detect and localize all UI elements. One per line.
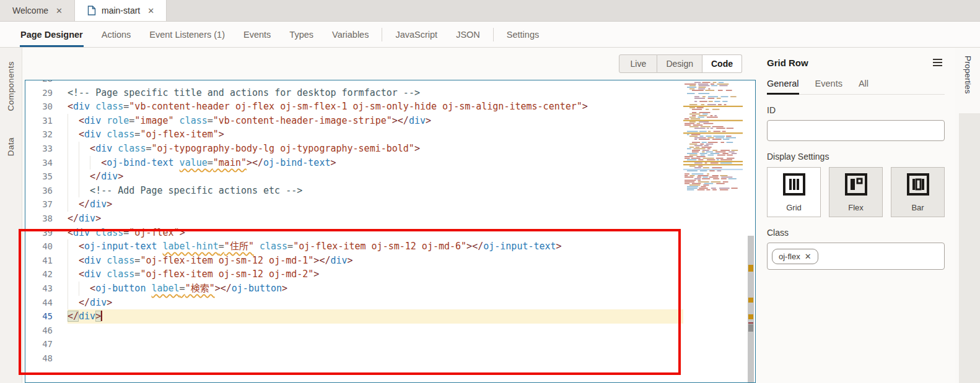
file-tab-strip: Welcome✕main-start✕ — [0, 0, 980, 22]
properties-tab-general[interactable]: General — [767, 79, 799, 94]
grid-layout-icon — [782, 173, 806, 199]
code-token: < — [79, 129, 84, 140]
display-option-bar[interactable]: Bar — [891, 167, 945, 217]
code-token: label — [151, 283, 179, 294]
indent-guide — [90, 156, 90, 170]
code-token: label-hint — [163, 241, 219, 252]
display-option-grid[interactable]: Grid — [767, 167, 821, 217]
code-line-39[interactable]: 39<div class="oj-flex"> — [25, 226, 683, 240]
view-mode-design[interactable]: Design — [657, 54, 702, 73]
code-line-29[interactable]: 29<!-- Page specific title and actions f… — [25, 86, 683, 100]
code-token: class — [107, 129, 134, 140]
code-line-35[interactable]: 35</div> — [25, 170, 683, 184]
code-lines[interactable]: 2829<!-- Page specific title and actions… — [25, 80, 683, 382]
code-line-32[interactable]: 32<div class="oj-flex-item"> — [25, 127, 683, 142]
view-mode-code[interactable]: Code — [702, 54, 742, 73]
properties-tab-events[interactable]: Events — [815, 79, 842, 94]
class-label: Class — [767, 228, 945, 238]
indent-guide — [68, 142, 68, 156]
chip-remove-icon[interactable]: ✕ — [805, 252, 812, 261]
nav-item-settings[interactable]: Settings — [497, 22, 548, 47]
code-line-44[interactable]: 44</div> — [25, 296, 683, 310]
code-token: oj-button — [95, 283, 146, 294]
code-token: > — [313, 269, 319, 280]
properties-tab-all[interactable]: All — [859, 79, 868, 94]
code-line-41[interactable]: 41<div class="oj-flex-item oj-sm-12 oj-m… — [25, 254, 683, 268]
line-content: <div class="oj-typography-body-lg oj-typ… — [68, 142, 683, 156]
id-input[interactable] — [767, 120, 945, 141]
code-token: > — [426, 115, 431, 126]
minimap[interactable] — [683, 80, 746, 382]
indent-guide — [79, 170, 79, 184]
line-number: 34 — [25, 156, 68, 170]
code-token: "vb-content-header-image-stripe" — [213, 115, 392, 126]
code-token: = — [219, 241, 224, 252]
file-tab-Welcome[interactable]: Welcome✕ — [0, 0, 75, 21]
right-rail-scroll-track[interactable] — [959, 113, 980, 383]
code-token: </ — [90, 171, 101, 182]
close-icon[interactable]: ✕ — [54, 5, 64, 17]
menu-icon[interactable] — [930, 56, 945, 69]
code-line-37[interactable]: 37</div> — [25, 197, 683, 212]
properties-rail-tab[interactable]: Properties — [963, 56, 973, 94]
code-line-46[interactable]: 46 — [25, 324, 683, 338]
code-token: </ — [79, 199, 90, 210]
code-token: = — [129, 115, 134, 126]
code-line-33[interactable]: 33<div class="oj-typography-body-lg oj-t… — [25, 142, 683, 156]
line-number: 46 — [25, 324, 68, 338]
right-rail: Properties — [955, 48, 980, 383]
rail-tab-components[interactable]: Components — [6, 61, 15, 111]
nav-item-events[interactable]: Events — [234, 22, 280, 47]
code-editor-wrap: 2829<!-- Page specific title and actions… — [22, 80, 756, 383]
warning-marker — [748, 298, 753, 303]
indent-guide — [68, 127, 68, 142]
code-token: < — [79, 255, 84, 266]
indent-guide — [79, 282, 79, 296]
code-line-34[interactable]: 34<oj-bind-text value="main"></oj-bind-t… — [25, 156, 683, 170]
line-number: 40 — [25, 239, 68, 254]
line-content — [68, 337, 683, 351]
nav-item-javascript[interactable]: JavaScript — [386, 22, 447, 47]
nav-item-variables[interactable]: Variables — [323, 22, 378, 47]
file-tab-main-start[interactable]: main-start✕ — [75, 0, 167, 21]
code-token: > — [282, 283, 287, 294]
code-line-42[interactable]: 42<div class="oj-flex-item oj-sm-12 oj-m… — [25, 267, 683, 282]
nav-item-json[interactable]: JSON — [447, 22, 489, 47]
code-token — [90, 227, 95, 238]
code-token: <!-- Page specific title and actions for… — [68, 87, 420, 98]
overview-scrollbar[interactable] — [746, 80, 755, 382]
code-line-48[interactable]: 48 — [25, 351, 683, 366]
code-line-30[interactable]: 30<div class="vb-content-header oj-flex … — [25, 100, 683, 114]
nav-item-actions[interactable]: Actions — [92, 22, 141, 47]
code-line-45[interactable]: 45</div> — [25, 309, 683, 324]
nav-item-types[interactable]: Types — [280, 22, 323, 47]
code-line-36[interactable]: 36<!-- Add Page specific actions etc --> — [25, 184, 683, 198]
scroll-handle[interactable] — [748, 324, 753, 332]
code-line-31[interactable]: 31<div role="image" class="vb-content-he… — [25, 114, 683, 128]
line-content: <div role="image" class="vb-content-head… — [68, 114, 683, 128]
class-input[interactable]: oj-flex✕ — [767, 243, 945, 270]
code-editor[interactable]: 2829<!-- Page specific title and actions… — [25, 80, 756, 383]
code-token: "住所" — [224, 241, 254, 252]
code-token: div — [409, 115, 426, 126]
line-number: 45 — [25, 309, 68, 324]
code-token: </ — [68, 311, 79, 322]
nav-item-event-listeners-1-[interactable]: Event Listeners (1) — [140, 22, 234, 47]
line-number: 28 — [25, 80, 68, 86]
warning-marker — [748, 265, 753, 272]
line-content: <div class="oj-flex-item"> — [68, 127, 683, 142]
view-mode-live[interactable]: Live — [619, 54, 657, 73]
line-content: </div> — [68, 296, 683, 310]
close-icon[interactable]: ✕ — [146, 5, 156, 17]
nav-item-page-designer[interactable]: Page Designer — [11, 22, 92, 47]
rail-tab-data[interactable]: Data — [6, 137, 15, 156]
display-option-flex[interactable]: Flex — [829, 167, 883, 217]
code-line-47[interactable]: 47 — [25, 337, 683, 351]
code-line-40[interactable]: 40<oj-input-text label-hint="住所" class="… — [25, 239, 683, 254]
code-line-38[interactable]: 38</div> — [25, 212, 683, 226]
code-line-28[interactable]: 28 — [25, 80, 683, 86]
code-line-43[interactable]: 43<oj-button label="検索"></oj-button> — [25, 282, 683, 296]
file-tab-label: Welcome — [12, 6, 48, 15]
scrollbar-thumb[interactable] — [748, 236, 754, 383]
file-icon — [87, 6, 96, 15]
